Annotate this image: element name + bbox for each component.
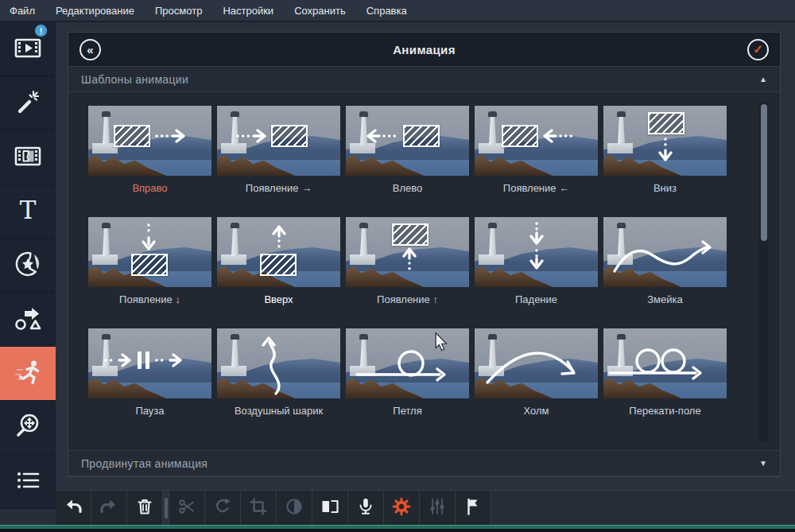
sidebar-item-callouts[interactable] bbox=[0, 293, 56, 347]
toolbar-transition-wizard-button[interactable] bbox=[312, 491, 348, 525]
template-thumbnail[interactable] bbox=[217, 106, 340, 176]
animation-template-card[interactable]: Пауза bbox=[88, 328, 211, 419]
toolbar-record-audio-button[interactable] bbox=[348, 491, 384, 525]
crop-icon bbox=[249, 497, 268, 519]
toolbar-marker-button[interactable] bbox=[456, 491, 491, 525]
template-thumbnail[interactable] bbox=[475, 217, 598, 287]
rotate-icon bbox=[213, 497, 232, 519]
toolbar-delete-button[interactable] bbox=[127, 491, 163, 525]
animation-template-card[interactable]: Влево bbox=[346, 106, 469, 196]
template-thumbnail[interactable] bbox=[346, 106, 469, 176]
app-window: ФайлРедактированиеПросмотрНастройкиСохра… bbox=[0, 0, 795, 532]
shapes-arrow-icon bbox=[14, 304, 42, 336]
menu-bar: ФайлРедактированиеПросмотрНастройкиСохра… bbox=[0, 0, 795, 22]
panel-title: Анимация bbox=[101, 43, 747, 56]
sidebar-item-transitions[interactable] bbox=[0, 130, 56, 184]
template-label: Появление → bbox=[217, 181, 340, 196]
template-thumbnail[interactable] bbox=[475, 328, 598, 398]
animation-template-card[interactable]: Появление ↑ bbox=[346, 217, 469, 308]
motion-path-icon bbox=[475, 106, 598, 176]
scrollbar[interactable] bbox=[759, 102, 768, 442]
motion-path-icon bbox=[346, 106, 469, 176]
menu-item-0[interactable]: Файл bbox=[10, 0, 45, 21]
sidebar-item-titles[interactable]: T bbox=[0, 184, 56, 239]
animation-template-card[interactable]: Вправо bbox=[88, 106, 211, 196]
menu-item-2[interactable]: Просмотр bbox=[145, 0, 212, 21]
animation-template-card[interactable]: Падение bbox=[475, 217, 598, 308]
toolbar-group-divider bbox=[163, 491, 169, 525]
trash-icon bbox=[135, 497, 154, 519]
template-thumbnail[interactable] bbox=[88, 217, 211, 287]
apply-button[interactable]: ✓ bbox=[747, 39, 769, 60]
collapse-down-icon[interactable]: ▼ bbox=[759, 459, 767, 468]
animation-template-card[interactable]: Появление ← bbox=[475, 106, 598, 196]
toolbar-redo-button bbox=[91, 491, 127, 525]
sidebar-item-media[interactable]: ! bbox=[0, 22, 56, 76]
template-label: Появление ↑ bbox=[346, 292, 469, 308]
scrollbar-thumb[interactable] bbox=[761, 104, 767, 241]
redo-icon bbox=[99, 497, 118, 519]
gear-icon bbox=[391, 496, 412, 520]
sidebar-item-animation[interactable] bbox=[0, 347, 56, 401]
motion-path-icon bbox=[603, 328, 727, 398]
pan-zoom-icon bbox=[14, 412, 42, 444]
toolbar-rotate-button bbox=[205, 491, 241, 525]
template-label: Воздушный шарик bbox=[217, 403, 340, 419]
flag-icon bbox=[463, 497, 483, 519]
back-button[interactable]: « bbox=[80, 39, 101, 60]
template-thumbnail[interactable] bbox=[475, 106, 598, 176]
template-thumbnail[interactable] bbox=[603, 217, 727, 287]
template-thumbnail[interactable] bbox=[346, 217, 469, 287]
motion-path-icon bbox=[603, 106, 727, 176]
section-templates[interactable]: Шаблоны анимации ▲ bbox=[68, 66, 780, 92]
toolbar-empty-area bbox=[491, 491, 795, 525]
menu-item-4[interactable]: Сохранить bbox=[284, 0, 356, 21]
template-thumbnail[interactable] bbox=[603, 328, 727, 398]
sliders-icon bbox=[428, 497, 447, 519]
template-label: Появление ← bbox=[475, 181, 598, 196]
template-label: Вверх bbox=[217, 292, 340, 308]
template-thumbnail[interactable] bbox=[217, 217, 340, 287]
film-transition-icon bbox=[14, 142, 42, 173]
templates-area: Вправо Появление → Влево bbox=[68, 92, 780, 450]
animation-template-card[interactable]: Появление ↓ bbox=[88, 217, 211, 308]
animation-template-card[interactable]: Перекати-поле bbox=[603, 328, 727, 419]
template-thumbnail[interactable] bbox=[217, 328, 340, 398]
titles-t-icon: T bbox=[14, 196, 42, 227]
animation-template-card[interactable]: Холм bbox=[475, 328, 598, 419]
list-icon bbox=[14, 466, 42, 498]
filmstrip-play-icon bbox=[14, 33, 42, 65]
template-thumbnail[interactable] bbox=[88, 106, 211, 176]
menu-item-1[interactable]: Редактирование bbox=[45, 0, 145, 21]
motion-path-icon bbox=[88, 217, 211, 287]
template-thumbnail[interactable] bbox=[603, 106, 727, 176]
toolbar-cut-button bbox=[169, 491, 205, 525]
template-label: Холм bbox=[475, 403, 598, 419]
collapse-up-icon[interactable]: ▲ bbox=[759, 75, 767, 83]
template-thumbnail[interactable] bbox=[346, 328, 469, 398]
sidebar-footer bbox=[0, 509, 56, 525]
animation-template-card[interactable]: Вниз bbox=[603, 106, 727, 196]
undo-icon bbox=[64, 497, 83, 519]
toolbar-audio-levels-button bbox=[420, 491, 456, 525]
svg-text:T: T bbox=[20, 196, 37, 224]
animation-template-card[interactable]: Воздушный шарик bbox=[217, 328, 340, 419]
sticker-star-icon bbox=[14, 250, 42, 282]
bottom-strip bbox=[0, 529, 795, 532]
animation-template-card[interactable]: Появление → bbox=[217, 106, 340, 196]
sidebar-item-stickers[interactable] bbox=[0, 239, 56, 293]
sidebar-item-filters[interactable] bbox=[0, 76, 56, 130]
toolbar-clip-properties-button[interactable] bbox=[384, 491, 420, 525]
template-thumbnail[interactable] bbox=[88, 328, 211, 398]
menu-item-5[interactable]: Справка bbox=[356, 0, 417, 21]
animation-template-card[interactable]: Вверх bbox=[217, 217, 340, 308]
template-label: Петля bbox=[346, 403, 469, 419]
menu-item-3[interactable]: Настройки bbox=[212, 0, 284, 21]
section-advanced[interactable]: Продвинутая анимация ▼ bbox=[68, 450, 780, 476]
notification-badge: ! bbox=[34, 24, 48, 37]
toolbar-undo-button[interactable] bbox=[56, 491, 91, 525]
animation-template-card[interactable]: Петля bbox=[346, 328, 469, 419]
animation-template-card[interactable]: Змейка bbox=[603, 217, 727, 308]
sidebar-item-pan-zoom[interactable] bbox=[0, 401, 56, 455]
sidebar-item-more-tools[interactable] bbox=[0, 455, 56, 509]
